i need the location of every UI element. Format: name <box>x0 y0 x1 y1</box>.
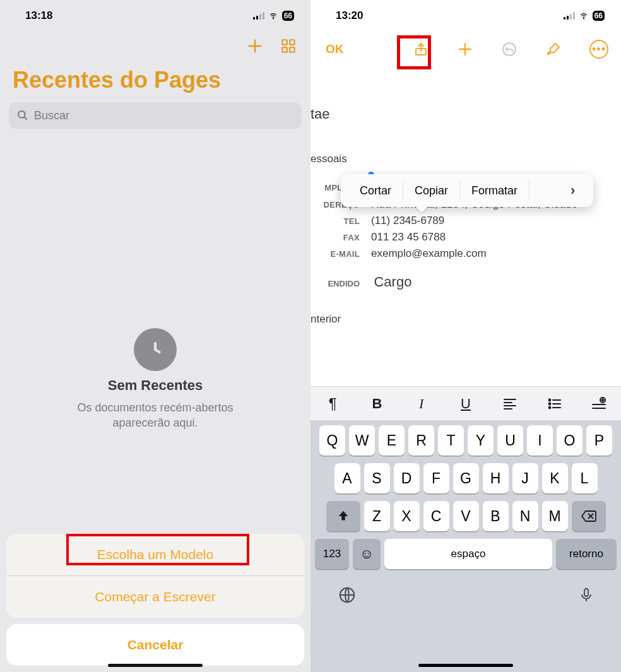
context-cut-button[interactable]: Cortar <box>348 184 403 197</box>
left-screenshot: 13:18 66 Recentes do Pages Buscar Sem Re… <box>0 0 310 672</box>
context-format-button[interactable]: Formatar <box>460 184 529 197</box>
value-fax[interactable]: 011 23 45 6788 <box>371 231 621 244</box>
battery-icon: 66 <box>593 11 605 21</box>
cargo-row[interactable]: ENDIDO Cargo <box>310 274 621 290</box>
page-title: Recentes do Pages <box>0 63 310 102</box>
key-k[interactable]: K <box>542 463 568 493</box>
choose-template-button[interactable]: Escolha um Modelo <box>6 534 304 575</box>
italic-button[interactable]: I <box>407 391 436 416</box>
text-context-menu: Cortar Copiar Formatar › <box>341 174 593 207</box>
plus-icon <box>457 41 473 57</box>
key-space[interactable]: espaço <box>384 539 552 569</box>
key-q[interactable]: Q <box>319 425 345 456</box>
format-brush-button[interactable] <box>545 41 562 57</box>
key-l[interactable]: L <box>572 463 598 493</box>
key-row-1: Q W E R T Y U I O P <box>314 425 618 456</box>
key-s[interactable]: S <box>364 463 390 493</box>
key-e[interactable]: E <box>379 425 405 456</box>
mic-icon <box>579 586 594 604</box>
bold-button[interactable]: B <box>362 391 391 416</box>
key-d[interactable]: D <box>394 463 420 493</box>
key-h[interactable]: H <box>483 463 509 493</box>
svg-point-0 <box>273 18 273 19</box>
paragraph-style-button[interactable]: ¶ <box>318 391 347 416</box>
context-more-button[interactable]: › <box>571 182 586 199</box>
svg-rect-2 <box>290 40 295 45</box>
home-indicator[interactable] <box>108 664 203 667</box>
empty-subtitle: Os documentos recém-abertosaparecerão aq… <box>77 400 233 431</box>
ellipsis-icon: ••• <box>592 44 606 55</box>
wifi-icon <box>268 11 279 20</box>
insert-element-button[interactable] <box>584 391 613 416</box>
share-button[interactable] <box>413 41 429 57</box>
value-tel[interactable]: (11) 2345-6789 <box>371 215 621 227</box>
list-button[interactable] <box>540 391 569 416</box>
key-emoji[interactable]: ☺ <box>353 539 381 569</box>
key-f[interactable]: F <box>423 463 449 493</box>
empty-state: Sem Recentes Os documentos recém-abertos… <box>0 328 310 431</box>
search-input[interactable]: Buscar <box>9 102 302 129</box>
undo-icon <box>501 41 518 57</box>
key-y[interactable]: Y <box>468 425 494 456</box>
insert-block-icon <box>591 397 607 411</box>
key-backspace[interactable] <box>572 501 606 531</box>
key-m[interactable]: M <box>542 501 568 531</box>
editor-toolbar: OK ••• <box>310 32 621 67</box>
status-right-cluster: 66 <box>564 11 605 21</box>
align-button[interactable] <box>495 391 524 416</box>
value-email[interactable]: exemplo@example.com <box>371 247 621 260</box>
key-u[interactable]: U <box>497 425 523 456</box>
key-i[interactable]: I <box>527 425 553 456</box>
cellular-icon <box>253 12 264 20</box>
context-copy-button[interactable]: Copiar <box>403 184 459 197</box>
svg-point-6 <box>583 18 584 19</box>
status-bar: 13:18 66 <box>0 0 310 32</box>
globe-button[interactable] <box>338 586 357 607</box>
globe-icon <box>338 586 357 604</box>
key-j[interactable]: J <box>512 463 538 493</box>
share-icon <box>413 40 429 58</box>
action-sheet-cancel: Cancelar <box>6 624 304 666</box>
label-fax: FAX <box>310 233 360 242</box>
svg-point-10 <box>548 403 550 404</box>
clock-icon <box>134 328 177 371</box>
label-email: E-MAIL <box>310 249 360 259</box>
insert-button[interactable] <box>457 41 473 57</box>
key-x[interactable]: X <box>394 501 420 531</box>
battery-icon: 66 <box>282 11 294 21</box>
underline-button[interactable]: U <box>451 391 480 416</box>
cellular-icon <box>564 12 575 20</box>
undo-button[interactable] <box>501 41 518 57</box>
key-n[interactable]: N <box>512 501 538 531</box>
view-grid-button[interactable] <box>280 38 297 57</box>
key-shift[interactable] <box>326 501 360 531</box>
key-b[interactable]: B <box>483 501 509 531</box>
key-123[interactable]: 123 <box>315 539 349 569</box>
key-w[interactable]: W <box>349 425 375 456</box>
more-button[interactable]: ••• <box>589 40 608 59</box>
svg-rect-3 <box>282 47 287 52</box>
key-g[interactable]: G <box>453 463 479 493</box>
status-time: 13:18 <box>25 9 52 22</box>
dictation-button[interactable] <box>579 586 594 607</box>
key-o[interactable]: O <box>557 425 583 456</box>
key-p[interactable]: P <box>586 425 612 456</box>
key-t[interactable]: T <box>438 425 464 456</box>
key-a[interactable]: A <box>334 463 360 493</box>
action-sheet-options: Escolha um Modelo Começar a Escrever <box>6 534 304 618</box>
action-sheet: Escolha um Modelo Começar a Escrever Can… <box>6 534 304 666</box>
ok-button[interactable]: OK <box>323 42 344 56</box>
key-row-3: Z X C V B N M <box>314 501 618 531</box>
key-c[interactable]: C <box>423 501 449 531</box>
home-indicator[interactable] <box>418 664 513 667</box>
key-v[interactable]: V <box>453 501 479 531</box>
key-return[interactable]: retorno <box>556 539 617 569</box>
start-writing-button[interactable]: Começar a Escrever <box>6 576 304 618</box>
svg-rect-4 <box>290 47 295 52</box>
right-screenshot: 13:20 66 OK ••• tae <box>310 0 621 672</box>
cancel-button[interactable]: Cancelar <box>6 624 304 666</box>
key-z[interactable]: Z <box>364 501 390 531</box>
key-row-4: 123 ☺ espaço retorno <box>314 539 618 569</box>
key-r[interactable]: R <box>408 425 434 456</box>
new-doc-button[interactable] <box>246 37 264 57</box>
